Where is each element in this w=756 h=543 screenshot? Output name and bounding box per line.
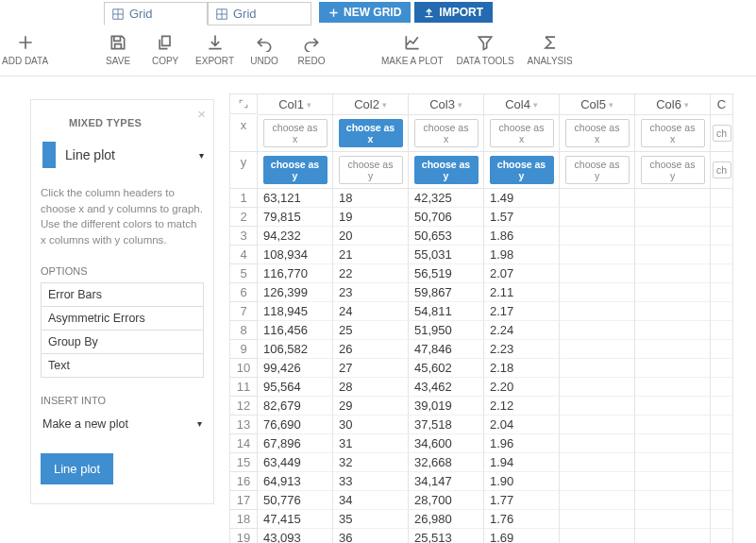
- cell[interactable]: [560, 321, 635, 340]
- cell[interactable]: 27: [333, 359, 409, 378]
- cell[interactable]: 45,602: [409, 359, 484, 378]
- cell[interactable]: [711, 491, 733, 510]
- cell[interactable]: [711, 378, 733, 397]
- cell[interactable]: [560, 227, 635, 246]
- cell[interactable]: [711, 434, 733, 453]
- data-tools-tool[interactable]: DATA TOOLS: [457, 33, 514, 66]
- cell[interactable]: [635, 491, 711, 510]
- cell[interactable]: [560, 416, 635, 434]
- cell[interactable]: [711, 340, 733, 359]
- cell[interactable]: 43,462: [409, 378, 484, 397]
- cell[interactable]: 25,513: [409, 529, 484, 543]
- cell[interactable]: 18: [333, 189, 409, 208]
- option-text[interactable]: Text: [42, 354, 203, 378]
- cell[interactable]: [560, 491, 635, 510]
- cell[interactable]: [560, 246, 635, 264]
- cell[interactable]: [560, 529, 635, 543]
- column-header[interactable]: Col2▾: [333, 93, 409, 115]
- cell[interactable]: [635, 378, 711, 397]
- cell[interactable]: 126,399: [258, 283, 333, 302]
- cell[interactable]: [560, 453, 635, 472]
- cell[interactable]: 2.24: [484, 321, 560, 340]
- cell[interactable]: [711, 472, 733, 491]
- cell[interactable]: 116,456: [258, 321, 333, 340]
- cell[interactable]: 94,232: [258, 227, 333, 246]
- grid-corner[interactable]: [229, 93, 258, 114]
- row-number[interactable]: 15: [229, 453, 258, 472]
- cell[interactable]: 34,147: [409, 472, 484, 491]
- cell[interactable]: 55,031: [409, 246, 484, 264]
- cell[interactable]: [635, 189, 711, 208]
- cell[interactable]: [711, 189, 733, 208]
- cell[interactable]: 43,093: [258, 529, 333, 543]
- choose-as-y-button[interactable]: choose as y: [414, 156, 479, 184]
- cell[interactable]: 30: [333, 416, 409, 434]
- cell[interactable]: 1.96: [484, 434, 560, 453]
- cell[interactable]: [635, 434, 711, 453]
- cell[interactable]: [635, 472, 711, 491]
- cell[interactable]: 50,776: [258, 491, 333, 510]
- row-number[interactable]: 2: [229, 208, 258, 227]
- cell[interactable]: [635, 264, 711, 283]
- column-header[interactable]: Col5▾: [560, 93, 635, 115]
- column-header[interactable]: Col6▾: [635, 93, 711, 115]
- cell[interactable]: [560, 208, 635, 227]
- cell[interactable]: [635, 340, 711, 359]
- cell[interactable]: 63,121: [258, 189, 333, 208]
- cell[interactable]: 21: [333, 246, 409, 264]
- cell[interactable]: 63,449: [258, 453, 333, 472]
- row-number[interactable]: 19: [229, 529, 258, 543]
- cell[interactable]: 1.49: [484, 189, 560, 208]
- redo-tool[interactable]: REDO: [294, 33, 328, 66]
- cell[interactable]: [560, 510, 635, 529]
- cell[interactable]: 31: [333, 434, 409, 453]
- insert-into-dropdown[interactable]: Make a new plot ▾: [41, 412, 204, 436]
- choose-as-x-button[interactable]: choose as x: [339, 119, 403, 147]
- cell[interactable]: 82,679: [258, 397, 333, 416]
- cell[interactable]: 28: [333, 378, 409, 397]
- cell[interactable]: 59,867: [409, 283, 484, 302]
- make-plot-tool[interactable]: MAKE A PLOT: [381, 33, 444, 66]
- cell[interactable]: [635, 416, 711, 434]
- cell[interactable]: 2.07: [484, 264, 560, 283]
- add-data-tool[interactable]: ADD DATA: [2, 33, 48, 66]
- cell[interactable]: [711, 359, 733, 378]
- cell[interactable]: [635, 283, 711, 302]
- row-number[interactable]: 16: [229, 472, 258, 491]
- column-header[interactable]: Col3▾: [409, 93, 484, 115]
- cell[interactable]: [711, 264, 733, 283]
- cell[interactable]: 76,690: [258, 416, 333, 434]
- cell[interactable]: [711, 416, 733, 434]
- cell[interactable]: [560, 189, 635, 208]
- cell[interactable]: 2.18: [484, 359, 560, 378]
- cell[interactable]: [560, 378, 635, 397]
- cell[interactable]: [560, 302, 635, 321]
- cell[interactable]: [635, 510, 711, 529]
- cell[interactable]: 95,564: [258, 378, 333, 397]
- tab-grid-2[interactable]: Grid: [208, 2, 311, 25]
- close-panel-icon[interactable]: ×: [197, 106, 206, 122]
- cell[interactable]: 2.12: [484, 397, 560, 416]
- option-asymmetric-errors[interactable]: Asymmetric Errors: [42, 307, 203, 331]
- cell[interactable]: 106,582: [258, 340, 333, 359]
- cell[interactable]: [711, 302, 733, 321]
- row-number[interactable]: 13: [229, 416, 258, 434]
- cell[interactable]: 2.20: [484, 378, 560, 397]
- cell[interactable]: 23: [333, 283, 409, 302]
- cell[interactable]: [711, 283, 733, 302]
- cell[interactable]: 26,980: [409, 510, 484, 529]
- row-number[interactable]: 6: [229, 283, 258, 302]
- cell[interactable]: [635, 359, 711, 378]
- cell[interactable]: 2.04: [484, 416, 560, 434]
- cell[interactable]: [635, 321, 711, 340]
- copy-tool[interactable]: COPY: [148, 33, 182, 66]
- row-number[interactable]: 3: [229, 227, 258, 246]
- row-number[interactable]: 1: [229, 189, 258, 208]
- cell[interactable]: 1.90: [484, 472, 560, 491]
- cell[interactable]: 51,950: [409, 321, 484, 340]
- choose-as-y-button[interactable]: choose as y: [339, 156, 403, 184]
- cell[interactable]: 1.76: [484, 510, 560, 529]
- choose-as-y-button[interactable]: ch: [713, 161, 731, 178]
- cell[interactable]: 24: [333, 302, 409, 321]
- cell[interactable]: [635, 246, 711, 264]
